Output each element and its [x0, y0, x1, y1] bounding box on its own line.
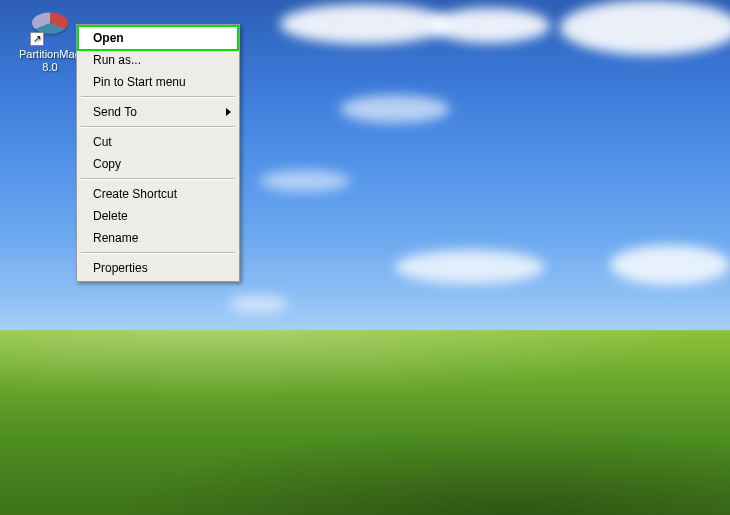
menu-item-rename[interactable]: Rename: [79, 227, 237, 249]
menu-item-delete[interactable]: Delete: [79, 205, 237, 227]
menu-separator: [81, 126, 235, 128]
cloud-decoration: [280, 4, 450, 44]
cloud-decoration: [395, 250, 545, 284]
menu-item-run-as[interactable]: Run as...: [79, 49, 237, 71]
menu-item-label: Copy: [93, 157, 121, 171]
menu-item-label: Send To: [93, 105, 137, 119]
menu-item-label: Create Shortcut: [93, 187, 177, 201]
cloud-decoration: [260, 170, 350, 192]
menu-item-send-to[interactable]: Send To: [79, 101, 237, 123]
menu-item-label: Delete: [93, 209, 128, 223]
menu-item-label: Run as...: [93, 53, 141, 67]
menu-item-copy[interactable]: Copy: [79, 153, 237, 175]
menu-item-pin-to-start[interactable]: Pin to Start menu: [79, 71, 237, 93]
menu-item-label: Open: [93, 31, 124, 45]
menu-item-create-shortcut[interactable]: Create Shortcut: [79, 183, 237, 205]
desktop-shortcut-label: PartitionMagic 8.0: [18, 48, 82, 74]
menu-item-cut[interactable]: Cut: [79, 131, 237, 153]
menu-separator: [81, 178, 235, 180]
menu-item-properties[interactable]: Properties: [79, 257, 237, 279]
context-menu: Open Run as... Pin to Start menu Send To…: [76, 24, 240, 282]
chevron-right-icon: [226, 108, 231, 116]
menu-separator: [81, 252, 235, 254]
cloud-decoration: [228, 295, 288, 313]
menu-item-label: Properties: [93, 261, 148, 275]
cloud-decoration: [560, 0, 730, 55]
menu-item-open[interactable]: Open: [79, 27, 237, 49]
desktop-background[interactable]: ↗ PartitionMagic 8.0 Open Run as... Pin …: [0, 0, 730, 515]
menu-item-label: Rename: [93, 231, 138, 245]
menu-item-label: Pin to Start menu: [93, 75, 186, 89]
pie-chart-icon: ↗: [30, 6, 70, 46]
menu-item-label: Cut: [93, 135, 112, 149]
hill-shadow-decoration: [0, 330, 730, 515]
menu-separator: [81, 96, 235, 98]
desktop-shortcut-partitionmagic[interactable]: ↗ PartitionMagic 8.0: [18, 6, 82, 74]
cloud-decoration: [610, 245, 730, 285]
cloud-decoration: [430, 8, 550, 43]
cloud-decoration: [340, 95, 450, 123]
shortcut-overlay-icon: ↗: [30, 32, 44, 46]
